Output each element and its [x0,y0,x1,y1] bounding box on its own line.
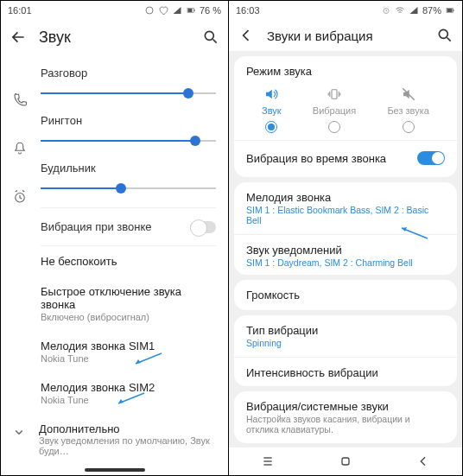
search-icon[interactable] [202,29,219,46]
slider-label-alarm: Будильник [41,162,216,175]
heart-icon [158,5,168,16]
svg-point-11 [439,29,447,38]
mode-mute[interactable]: Без звука [387,86,429,133]
gesture-bar[interactable] [85,468,145,472]
toggle-vibrate[interactable] [190,221,216,233]
row-vibrate-while-ringing[interactable]: Вибрация во время звонка [246,148,445,168]
svg-rect-2 [187,9,192,12]
status-time: 16:01 [8,5,32,16]
page-title: Звук [39,29,190,47]
row-ringtone-sim1[interactable]: Мелодия звонка SIM1 Nokia Tune [1,331,228,372]
toggle-vibrate-ringing[interactable] [417,151,445,165]
row-vibrate-on-ring[interactable]: Вибрация при звонке [1,208,228,245]
nav-home-icon[interactable] [339,454,352,468]
svg-rect-10 [453,10,454,11]
svg-rect-13 [332,90,337,99]
mode-vibrate[interactable]: Вибрация [313,86,356,133]
search-icon[interactable] [436,27,453,44]
svg-rect-9 [447,9,453,12]
status-bar: 16:03 87% [229,1,462,20]
row-dnd[interactable]: Не беспокоить [1,246,228,276]
battery-pct: 76 % [200,5,221,16]
row-notification-sound[interactable]: Звук уведомлений SIM 1 : Daydream, SIM 2… [246,244,445,268]
speaker-icon [263,86,279,102]
radio-vibrate[interactable] [328,121,340,133]
radio-sound[interactable] [265,121,277,133]
alarm-status-icon [381,5,391,16]
svg-rect-3 [193,10,194,11]
signal-icon [172,5,182,16]
header: Звуки и вибрация [229,20,462,51]
back-icon[interactable] [10,29,27,46]
alarm-icon [12,189,28,205]
phone-icon [12,92,28,108]
sound-mode-section: Режим звука Звук Вибрация Без звука Вибр… [234,56,457,177]
status-bar: 16:01 76 % [1,1,228,20]
vibrate-icon [327,86,342,102]
bell-icon [12,141,28,156]
row-volume[interactable]: Громкость [234,280,457,310]
row-vibration-intensity[interactable]: Интенсивность вибрации [246,366,445,379]
status-time: 16:03 [236,5,260,16]
wifi-icon [395,5,405,16]
slider-label-call: Разговор [41,67,216,79]
navigation-bar [229,447,462,475]
signal-icon [409,5,419,16]
svg-point-4 [205,31,213,40]
row-quick-mute[interactable]: Быстрое отключение звука звонка Включено… [1,276,228,331]
svg-line-5 [213,40,217,43]
radio-mute[interactable] [403,121,415,133]
header: Звук [1,20,228,54]
row-ringtone-sim2[interactable]: Мелодия звонка SIM2 Nokia Tune [1,372,228,414]
ringtone-notif-group: Мелодия звонка SIM 1 : Elastic Bookmark … [234,182,457,275]
svg-line-12 [447,38,451,41]
nav-back-icon[interactable] [416,454,430,468]
slider-ring[interactable] [41,132,216,149]
svg-point-0 [146,7,153,14]
row-system-sounds[interactable]: Вибрация/системные звуки Настройка звуко… [234,391,457,443]
back-icon[interactable] [238,27,255,44]
mute-icon [401,86,416,102]
slider-call[interactable] [41,85,216,102]
chevron-down-icon [11,424,27,440]
row-vibration-type[interactable]: Тип вибрации Spinning [246,324,445,348]
slider-alarm[interactable] [41,180,216,197]
circle-icon [144,5,155,16]
svg-rect-18 [342,458,349,465]
vibration-group: Тип вибрации Spinning Интенсивность вибр… [234,315,457,386]
row-ringtone[interactable]: Мелодия звонка SIM 1 : Elastic Bookmark … [246,191,445,225]
battery-icon [445,5,455,16]
battery-icon [186,5,196,16]
row-additional[interactable]: Дополнительно Звук уведомления по умолча… [1,414,228,465]
nav-recents-icon[interactable] [261,454,275,468]
battery-pct: 87% [422,5,441,16]
mode-sound[interactable]: Звук [262,86,282,133]
slider-label-ring: Рингтон [41,114,216,127]
page-title: Звуки и вибрация [267,29,424,43]
